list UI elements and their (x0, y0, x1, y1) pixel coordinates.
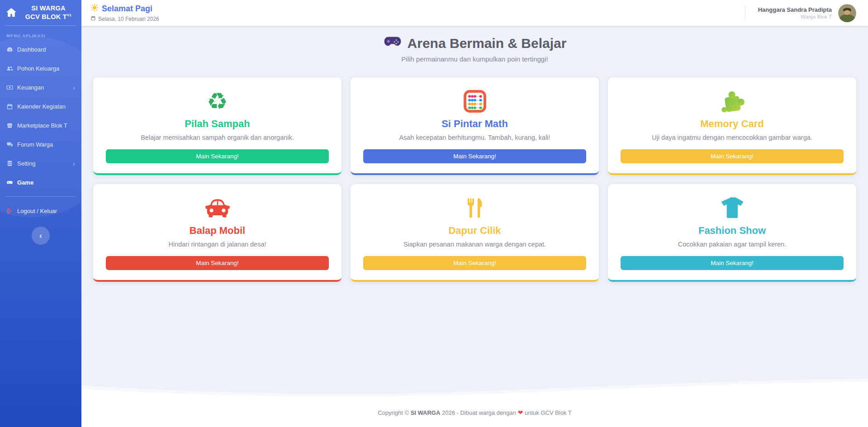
sidebar-item-kalender-kegiatan[interactable]: Kalender Kegiatan (0, 97, 81, 116)
game-description: Cocokkan pakaian agar tampil keren. (621, 241, 844, 248)
copyright-text: Copyright © SI WARGA 2026 - Dibuat warga… (378, 409, 572, 416)
greeting-text: Selamat Pagi (102, 4, 152, 14)
page-subtitle: Pilih permainanmu dan kumpulkan poin ter… (93, 55, 856, 63)
game-card-balap-mobil: Balap Mobil Hindari rintangan di jalanan… (93, 184, 342, 282)
car-icon (106, 195, 329, 221)
chevron-left-icon: ‹ (39, 231, 42, 240)
sidebar-item-logout[interactable]: Logout / Keluar (0, 201, 81, 220)
page-title: Arena Bermain & Belajar (93, 35, 856, 52)
content-area: Arena Bermain & Belajar Pilih permainanm… (81, 26, 868, 398)
game-title: Dapur Cilik (363, 225, 586, 237)
game-description: Uji daya ingatmu dengan mencocokkan gamb… (621, 134, 844, 141)
sidebar-item-forum-warga[interactable]: Forum Warga (0, 135, 81, 154)
greeting-block: Selamat Pagi Selasa, 10 Februari 2026 (90, 4, 159, 22)
game-card-fashion-show: Fashion Show Cocokkan pakaian agar tampi… (608, 184, 856, 282)
gamepad-icon (6, 179, 13, 186)
footer-brand: SI WARGA (411, 409, 441, 416)
user-role: Warga Blok T (758, 14, 832, 19)
topbar: Selamat Pagi Selasa, 10 Februari 2026 Ha… (81, 0, 868, 26)
money-icon (6, 84, 13, 91)
sidebar: SI WARGA GCV BLOK TV1 MENU APLIKASI Dash… (0, 0, 81, 427)
sidebar-item-setting[interactable]: Setting › (0, 154, 81, 173)
tshirt-icon (621, 195, 844, 221)
sidebar-section-heading: MENU APLIKASI (0, 26, 81, 40)
sidebar-divider (5, 196, 76, 197)
sign-out-icon (6, 208, 13, 214)
current-date: Selasa, 10 Februari 2026 (98, 16, 159, 22)
home-icon (5, 7, 17, 19)
game-description: Asah kecepatan berhitungmu. Tambah, kura… (363, 134, 586, 141)
game-card-dapur-cilik: Dapur Cilik Siapkan pesanan makanan warg… (351, 184, 599, 282)
avatar[interactable] (838, 4, 856, 22)
sun-icon (90, 4, 99, 14)
chevron-right-icon: › (73, 160, 75, 167)
user-info: Hanggara Sandra Pradipta Warga Blok T (758, 6, 832, 19)
heart-icon: ❤ (518, 409, 523, 416)
game-card-memory-card: Memory Card Uji daya ingatmu dengan menc… (608, 77, 856, 175)
game-description: Siapkan pesanan makanan warga dengan cep… (363, 241, 586, 248)
sidebar-item-label: Logout / Keluar (17, 208, 57, 214)
brand-line1: SI WARGA (21, 4, 76, 13)
sidebar-item-label: Dashboard (17, 46, 46, 53)
sidebar-item-keuangan[interactable]: Keuangan › (0, 78, 81, 97)
sidebar-item-label: Marketplace Blok T (17, 122, 67, 129)
sidebar-item-label: Pohon Keluarga (17, 65, 59, 72)
database-icon (6, 160, 13, 167)
brand-line2-wrap: GCV BLOK TV1 (21, 13, 76, 21)
topbar-user-area: Hanggara Sandra Pradipta Warga Blok T (745, 4, 856, 22)
sidebar-item-marketplace[interactable]: Marketplace Blok T (0, 116, 81, 135)
main-column: Selamat Pagi Selasa, 10 Februari 2026 Ha… (81, 0, 868, 427)
game-description: Hindari rintangan di jalanan desa! (106, 241, 329, 248)
game-card-si-pintar-math: Si Pintar Math Asah kecepatan berhitungm… (351, 77, 599, 175)
store-icon (6, 122, 13, 129)
play-button-si-pintar-math[interactable]: Main Sekarang! (363, 149, 586, 163)
sidebar-item-label: Game (17, 179, 33, 186)
brand-line2: GCV BLOK T (25, 13, 67, 20)
brand-version: V1 (67, 13, 71, 17)
footer-wave (81, 362, 868, 398)
calendar-icon (6, 103, 13, 110)
calendar-small-icon (90, 15, 96, 22)
sidebar-collapse-wrap: ‹ (0, 227, 81, 245)
play-button-balap-mobil[interactable]: Main Sekarang! (106, 256, 329, 270)
topbar-divider (745, 5, 745, 21)
comments-icon (6, 141, 13, 148)
game-title: Si Pintar Math (363, 118, 586, 130)
game-title: Memory Card (621, 118, 844, 130)
sidebar-item-label: Keuangan (17, 84, 44, 91)
page-title-text: Arena Bermain & Belajar (408, 36, 567, 51)
utensils-icon (363, 195, 586, 221)
abacus-icon (363, 88, 586, 114)
app-root: SI WARGA GCV BLOK TV1 MENU APLIKASI Dash… (0, 0, 868, 427)
brand-title: SI WARGA GCV BLOK TV1 (21, 4, 76, 21)
play-button-memory-card[interactable]: Main Sekarang! (621, 149, 844, 163)
chevron-right-icon: › (73, 84, 75, 91)
sidebar-collapse-button[interactable]: ‹ (32, 227, 50, 245)
puzzle-icon (621, 88, 844, 114)
gamepad-purple-icon (383, 35, 402, 52)
tachometer-icon (6, 46, 13, 53)
game-description: Belajar memisahkan sampah organik dan an… (106, 134, 329, 141)
play-button-fashion-show[interactable]: Main Sekarang! (621, 256, 844, 270)
game-card-pilah-sampah: ♻ Pilah Sampah Belajar memisahkan sampah… (93, 77, 342, 175)
game-title: Pilah Sampah (106, 118, 329, 130)
play-button-dapur-cilik[interactable]: Main Sekarang! (363, 256, 586, 270)
user-name: Hanggara Sandra Pradipta (758, 6, 832, 13)
game-title: Balap Mobil (106, 225, 329, 237)
sidebar-item-pohon-keluarga[interactable]: Pohon Keluarga (0, 59, 81, 78)
play-button-pilah-sampah[interactable]: Main Sekarang! (106, 149, 329, 163)
sidebar-item-label: Setting (17, 160, 35, 167)
game-title: Fashion Show (621, 225, 844, 237)
sidebar-item-game[interactable]: Game (0, 173, 81, 192)
game-card-grid: ♻ Pilah Sampah Belajar memisahkan sampah… (93, 77, 856, 282)
sidebar-item-label: Forum Warga (17, 141, 53, 148)
brand-link[interactable]: SI WARGA GCV BLOK TV1 (0, 0, 81, 25)
page-footer: Copyright © SI WARGA 2026 - Dibuat warga… (81, 398, 868, 427)
page-head: Arena Bermain & Belajar Pilih permainanm… (93, 35, 856, 63)
recycle-icon: ♻ (106, 88, 329, 114)
sidebar-item-dashboard[interactable]: Dashboard (0, 40, 81, 59)
users-icon (6, 65, 13, 72)
sidebar-item-label: Kalender Kegiatan (17, 103, 66, 110)
